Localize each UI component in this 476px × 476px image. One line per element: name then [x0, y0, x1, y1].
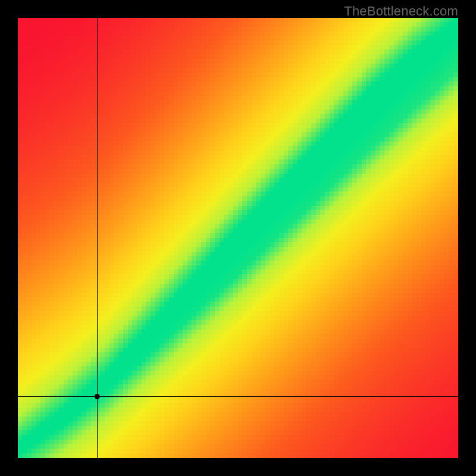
heatmap-canvas	[18, 18, 458, 458]
chart-container: TheBottleneck.com	[0, 0, 476, 476]
watermark-label: TheBottleneck.com	[344, 4, 458, 19]
heatmap-plot	[18, 18, 458, 458]
